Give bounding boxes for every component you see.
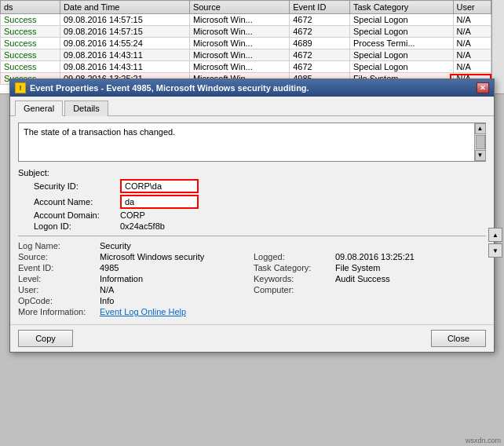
computer-value bbox=[335, 285, 486, 294]
info-divider bbox=[18, 236, 486, 236]
dialog-icon: ! bbox=[15, 82, 26, 93]
field-logon-id: Logon ID: 0x24ac5f8b bbox=[34, 221, 486, 231]
cell-0: Success bbox=[1, 61, 60, 73]
task-category-value: File System bbox=[335, 263, 486, 272]
account-name-label: Account Name: bbox=[34, 197, 120, 207]
scroll-down-arrow[interactable]: ▼ bbox=[475, 150, 486, 161]
cell-2: Microsoft Win... bbox=[189, 38, 289, 49]
event-log-online-help-link[interactable]: Event Log Online Help bbox=[100, 307, 186, 316]
security-id-label: Security ID: bbox=[34, 181, 120, 191]
event-description-text: The state of a transaction has changed. bbox=[24, 126, 480, 138]
scroll-up-arrow[interactable]: ▲ bbox=[475, 123, 486, 134]
computer-label: Computer: bbox=[254, 285, 332, 294]
table-row[interactable]: Success09.08.2016 14:57:15Microsoft Win.… bbox=[1, 14, 491, 26]
event-description-box: The state of a transaction has changed. … bbox=[18, 122, 486, 162]
cell-5: N/A bbox=[453, 14, 491, 26]
cell-2: Microsoft Win... bbox=[189, 49, 289, 61]
cell-0: Success bbox=[1, 49, 60, 61]
source-label: Source: bbox=[18, 252, 97, 261]
account-name-value: da bbox=[120, 195, 199, 209]
cell-1: 09.08.2016 14:57:15 bbox=[60, 26, 189, 38]
cell-3: 4689 bbox=[290, 38, 350, 49]
side-arrows: ▲ ▼ bbox=[488, 228, 504, 258]
tabs-bar: General Details bbox=[10, 97, 494, 116]
task-category-label: Task Category: bbox=[254, 263, 332, 272]
down-arrow-button[interactable]: ▼ bbox=[488, 243, 502, 258]
col-header-eventid[interactable]: Event ID bbox=[290, 1, 350, 14]
source-value: Microsoft Windows security bbox=[100, 252, 250, 261]
tab-details[interactable]: Details bbox=[64, 101, 108, 116]
scroll-thumb[interactable] bbox=[476, 135, 485, 149]
description-scrollbar[interactable]: ▲ ▼ bbox=[474, 123, 485, 161]
opcode-value: Info bbox=[100, 296, 486, 305]
col-header-source[interactable]: Source bbox=[189, 1, 289, 14]
table-row[interactable]: Success09.08.2016 14:43:11Microsoft Win.… bbox=[1, 61, 491, 73]
event-id-value: 4985 bbox=[100, 263, 250, 272]
cell-3: 4672 bbox=[290, 49, 350, 61]
copy-button[interactable]: Copy bbox=[18, 330, 73, 347]
table-row[interactable]: Success09.08.2016 14:43:11Microsoft Win.… bbox=[1, 49, 491, 61]
cell-5: N/A bbox=[453, 61, 491, 73]
cell-1: 09.08.2016 14:57:15 bbox=[60, 14, 189, 26]
dialog-close-button[interactable]: ✕ bbox=[477, 82, 489, 93]
cell-2: Microsoft Win... bbox=[189, 14, 289, 26]
log-name-value: Security bbox=[100, 241, 486, 250]
cell-4: Special Logon bbox=[350, 14, 454, 26]
cell-4: Special Logon bbox=[350, 26, 454, 38]
cell-2: Microsoft Win... bbox=[189, 26, 289, 38]
security-id-value: CORP\da bbox=[120, 179, 199, 193]
col-header-datetime[interactable]: Date and Time bbox=[60, 1, 189, 14]
logged-value: 09.08.2016 13:25:21 bbox=[335, 252, 486, 261]
col-header-taskcategory[interactable]: Task Category bbox=[350, 1, 454, 14]
cell-5: N/A bbox=[453, 26, 491, 38]
dialog-titlebar: ! Event Properties - Event 4985, Microso… bbox=[10, 79, 494, 97]
cell-2: Microsoft Win... bbox=[189, 61, 289, 73]
keywords-value: Audit Success bbox=[335, 274, 486, 283]
titlebar-left: ! Event Properties - Event 4985, Microso… bbox=[15, 82, 309, 93]
more-info-label: More Information: bbox=[18, 307, 97, 316]
info-grid: Log Name: Security Source: Microsoft Win… bbox=[18, 241, 486, 316]
cell-0: Success bbox=[1, 26, 60, 38]
close-button[interactable]: Close bbox=[431, 330, 486, 347]
subject-section: Subject: Security ID: CORP\da Account Na… bbox=[18, 168, 486, 231]
level-label: Level: bbox=[18, 274, 97, 283]
opcode-label: OpCode: bbox=[18, 296, 97, 305]
field-account-name: Account Name: da bbox=[34, 195, 486, 209]
cell-0: Success bbox=[1, 38, 60, 49]
up-arrow-button[interactable]: ▲ bbox=[488, 228, 502, 242]
col-header-user[interactable]: User bbox=[453, 1, 491, 14]
table-row[interactable]: Success09.08.2016 14:57:15Microsoft Win.… bbox=[1, 26, 491, 38]
cell-1: 09.08.2016 14:55:24 bbox=[60, 38, 189, 49]
event-properties-dialog: ! Event Properties - Event 4985, Microso… bbox=[9, 79, 495, 353]
logon-id-value: 0x24ac5f8b bbox=[120, 221, 165, 231]
account-domain-label: Account Domain: bbox=[34, 210, 120, 220]
cell-3: 4672 bbox=[290, 61, 350, 73]
field-account-domain: Account Domain: CORP bbox=[34, 210, 486, 220]
subject-fields: Security ID: CORP\da Account Name: da Ac… bbox=[34, 179, 486, 231]
field-security-id: Security ID: CORP\da bbox=[34, 179, 486, 193]
level-value: Information bbox=[100, 274, 250, 283]
cell-5: N/A bbox=[453, 49, 491, 61]
cell-1: 09.08.2016 14:43:11 bbox=[60, 61, 189, 73]
event-id-label: Event ID: bbox=[18, 263, 97, 272]
more-info-link-cell: Event Log Online Help bbox=[100, 307, 486, 316]
logged-label: Logged: bbox=[254, 252, 332, 261]
subject-label: Subject: bbox=[18, 168, 486, 177]
cell-1: 09.08.2016 14:43:11 bbox=[60, 49, 189, 61]
cell-4: Special Logon bbox=[350, 61, 454, 73]
col-header-ds[interactable]: ds bbox=[1, 1, 60, 14]
dialog-title: Event Properties - Event 4985, Microsoft… bbox=[30, 83, 309, 93]
logon-id-label: Logon ID: bbox=[34, 221, 120, 231]
log-name-label: Log Name: bbox=[18, 241, 97, 250]
tab-general[interactable]: General bbox=[15, 101, 63, 116]
cell-4: Special Logon bbox=[350, 49, 454, 61]
dialog-footer: Copy Close bbox=[10, 324, 494, 352]
table-row[interactable]: Success09.08.2016 14:55:24Microsoft Win.… bbox=[1, 38, 491, 49]
user-label: User: bbox=[18, 285, 97, 294]
cell-4: Process Termi... bbox=[350, 38, 454, 49]
user-value: N/A bbox=[100, 285, 250, 294]
keywords-label: Keywords: bbox=[254, 274, 332, 283]
cell-0: Success bbox=[1, 14, 60, 26]
event-log-table: ds Date and Time Source Event ID Task Ca… bbox=[0, 0, 491, 85]
cell-3: 4672 bbox=[290, 26, 350, 38]
